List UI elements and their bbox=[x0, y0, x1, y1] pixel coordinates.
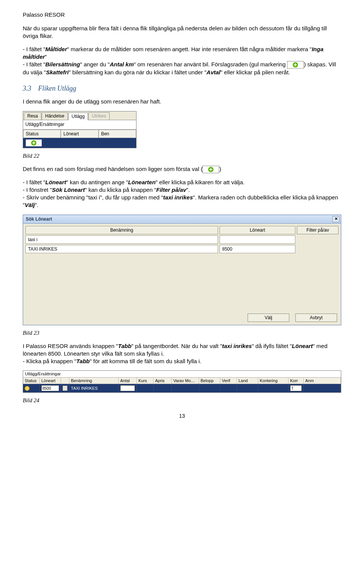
cell-apris bbox=[154, 384, 172, 392]
text: - I fönstret " bbox=[23, 187, 52, 193]
window-title: Sök Löneart bbox=[25, 216, 333, 222]
col-verif: Verif bbox=[220, 378, 237, 384]
text: " för att komma till de fält som du skal… bbox=[90, 358, 202, 364]
plus-icon bbox=[287, 61, 304, 69]
tab-resa[interactable]: Resa bbox=[24, 112, 41, 120]
cell-benamning: TAXI INRIKES bbox=[69, 384, 119, 392]
document-header: Palasso RESOR bbox=[23, 11, 341, 18]
text-bold: Filter på/av bbox=[156, 187, 186, 193]
text-bold: Måltider bbox=[46, 46, 67, 52]
cell-belopp bbox=[199, 384, 220, 392]
cell-korr[interactable] bbox=[289, 384, 304, 392]
panel-label: Utlägg/Ersättningar bbox=[23, 120, 136, 130]
cell-search[interactable] bbox=[61, 384, 69, 392]
cell-status bbox=[23, 384, 40, 392]
text: ) bbox=[219, 166, 221, 172]
table-row[interactable] bbox=[23, 138, 136, 148]
col-varav-moms: Varav Mo… bbox=[172, 378, 199, 384]
text-bold: taxi inrikes bbox=[222, 343, 252, 349]
antal-input[interactable] bbox=[120, 385, 135, 391]
text: " kan du klicka på knappen " bbox=[85, 187, 156, 193]
loneart-input[interactable] bbox=[41, 385, 59, 391]
col-kontering: Kontering bbox=[258, 378, 289, 384]
utlagg-table-strip: Utlägg/Ersättningar Status Löneart Benäm… bbox=[23, 370, 341, 393]
text: " eller klickar på pilen neråt. bbox=[220, 69, 290, 75]
col-benamning[interactable]: Benämning bbox=[25, 226, 218, 234]
paragraph-utlagg-intro: I denna flik anger du de utlägg som rese… bbox=[23, 98, 341, 105]
col-loneart: Löneart bbox=[61, 130, 98, 138]
text-bold: Avtal bbox=[207, 69, 221, 75]
paragraph-intro: När du sparar uppgifterna blir flera fäl… bbox=[23, 25, 341, 40]
figure-caption: Bild 23 bbox=[23, 330, 341, 336]
paragraph-tabb: I Palasso RESOR används knappen "Tabb" p… bbox=[23, 342, 341, 365]
result-cell-loneart[interactable]: 8500 bbox=[220, 245, 295, 253]
paragraph-forslag: Det finns en rad som förslag med händels… bbox=[23, 165, 341, 173]
section-heading: 3.3Fliken Utlägg bbox=[23, 85, 341, 93]
strip-header-row: Status Löneart Benämning Antal Kurs Apri… bbox=[23, 378, 341, 384]
col-belopp: Belopp bbox=[199, 378, 220, 384]
cell-kurs bbox=[137, 384, 154, 392]
col-land: Land bbox=[237, 378, 258, 384]
korr-input[interactable] bbox=[290, 385, 302, 391]
table-header-row: Status Löneart Ben bbox=[23, 130, 136, 138]
text: " anger du " bbox=[80, 61, 110, 67]
close-icon[interactable]: ✕ bbox=[333, 216, 339, 222]
text-bold: Lönearten bbox=[128, 179, 156, 185]
text: " markerar du de måltider som resenären … bbox=[67, 46, 312, 52]
warning-icon bbox=[25, 386, 30, 391]
filter-input-loneart[interactable] bbox=[220, 235, 295, 244]
paragraph-loneart-steps: - I fältet "Löneart" kan du antingen ang… bbox=[23, 179, 341, 209]
cell-verif bbox=[220, 384, 237, 392]
tab-utlagg[interactable]: Utlägg bbox=[68, 113, 88, 120]
text: - I fältet " bbox=[23, 61, 46, 67]
strip-title: Utlägg/Ersättningar bbox=[23, 371, 341, 378]
window-body: Benämning Löneart Filter på/av taxi i TA… bbox=[23, 224, 341, 325]
text-bold: Tabb bbox=[76, 358, 89, 364]
cancel-button[interactable]: Avbryt bbox=[295, 314, 337, 322]
cell-loneart[interactable] bbox=[40, 384, 61, 392]
tabstrip: Resa Händelse Utlägg Utrikes bbox=[23, 111, 136, 120]
text: " bilersättning kan du göra när du klick… bbox=[69, 69, 206, 75]
cell-antal[interactable] bbox=[119, 384, 137, 392]
window-titlebar: Sök Löneart ✕ bbox=[23, 215, 341, 224]
text: " kan du antingen ange " bbox=[66, 179, 128, 185]
text-bold: Välj bbox=[25, 202, 35, 208]
text: - Skriv under benämning "taxi i", du får… bbox=[23, 194, 163, 201]
search-loneart-window: Sök Löneart ✕ Benämning Löneart Filter p… bbox=[23, 215, 341, 325]
text-bold: Bilersättning bbox=[46, 61, 80, 67]
text: ". bbox=[186, 187, 190, 193]
text-bold: taxi inrikes bbox=[163, 194, 193, 201]
add-row-icon[interactable] bbox=[25, 139, 42, 147]
plus-icon bbox=[202, 166, 219, 173]
text: " bbox=[45, 53, 47, 60]
text-bold: Tabb bbox=[118, 343, 131, 349]
col-korr: Korr bbox=[289, 378, 304, 384]
select-button[interactable]: Välj bbox=[248, 314, 289, 322]
text-bold: Sök Löneart bbox=[52, 187, 85, 193]
figure-caption: Bild 22 bbox=[23, 153, 341, 159]
col-kurs: Kurs bbox=[137, 378, 154, 384]
text: - Klicka på knappen " bbox=[23, 358, 76, 364]
strip-data-row[interactable]: TAXI INRIKES bbox=[23, 384, 341, 392]
paragraph-maltider: - I fältet "Måltider" markerar du de mål… bbox=[23, 45, 341, 77]
text: " eller klicka på kikaren för att välja. bbox=[155, 179, 245, 185]
filter-toggle-button[interactable]: Filter på/av bbox=[297, 226, 339, 234]
text: - I fältet " bbox=[23, 46, 46, 52]
col-antal: Antal bbox=[119, 378, 137, 384]
col-loneart[interactable]: Löneart bbox=[220, 226, 295, 234]
text-bold: Skattefri bbox=[46, 69, 69, 75]
text: I Palasso RESOR används knappen " bbox=[23, 343, 118, 349]
filter-input-benamning[interactable]: taxi i bbox=[25, 235, 218, 244]
col-status: Status bbox=[23, 130, 61, 138]
col-search bbox=[61, 378, 69, 384]
text: Det finns en rad som förslag med händels… bbox=[23, 166, 202, 172]
binoculars-icon[interactable] bbox=[63, 386, 67, 391]
cell-anm bbox=[304, 384, 341, 392]
tab-handelse[interactable]: Händelse bbox=[42, 112, 68, 120]
page-number: 13 bbox=[23, 413, 341, 419]
cell-varav bbox=[172, 384, 199, 392]
cell-land bbox=[237, 384, 258, 392]
result-cell-benamning[interactable]: TAXI INRIKES bbox=[25, 245, 218, 253]
col-benamning: Benämning bbox=[69, 378, 119, 384]
col-apris: Apris bbox=[154, 378, 172, 384]
